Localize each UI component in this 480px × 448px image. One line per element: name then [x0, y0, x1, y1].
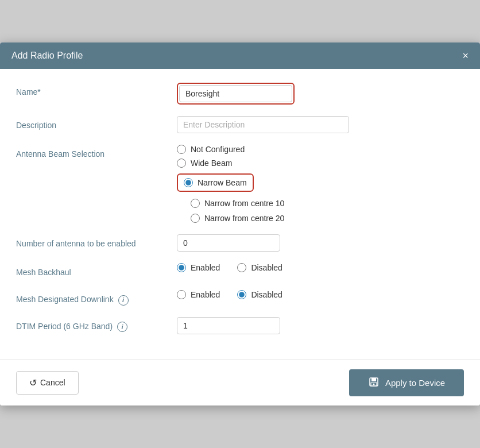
name-label: Name*: [16, 83, 177, 98]
svg-rect-1: [371, 378, 376, 381]
mesh-backhaul-disabled[interactable]: Disabled: [237, 263, 282, 272]
close-button[interactable]: ×: [462, 51, 469, 61]
antenna-beam-group: Not Configured Wide Beam Narrow Beam: [177, 145, 464, 223]
radio-narrow-centre-10-input[interactable]: [191, 199, 200, 208]
antenna-count-label: Number of antenna to be enabled: [16, 234, 177, 250]
mesh-downlink-enabled-label: Enabled: [191, 290, 220, 299]
dtim-row: DTIM Period (6 GHz Band) i: [16, 317, 464, 334]
antenna-count-input[interactable]: [177, 234, 280, 252]
narrow-sub-options: Narrow from centre 10 Narrow from centre…: [191, 199, 464, 223]
cancel-button[interactable]: ↺ Cancel: [16, 371, 79, 395]
mesh-downlink-label: Mesh Designated Downlink i: [16, 290, 177, 306]
cancel-icon: ↺: [29, 377, 37, 388]
apply-icon: [368, 376, 380, 389]
name-input[interactable]: [179, 85, 292, 102]
dialog-header: Add Radio Profile ×: [0, 43, 480, 69]
radio-narrow-centre-10[interactable]: Narrow from centre 10: [191, 199, 464, 208]
radio-narrow-centre-20-input[interactable]: [191, 214, 200, 223]
cancel-label: Cancel: [40, 378, 65, 387]
mesh-downlink-disabled-input[interactable]: [237, 290, 246, 299]
antenna-count-field-wrapper: [177, 234, 464, 252]
mesh-backhaul-enabled[interactable]: Enabled: [177, 263, 220, 272]
radio-not-configured-input[interactable]: [177, 145, 186, 154]
mesh-backhaul-radio-group: Enabled Disabled: [177, 263, 464, 272]
radio-narrow-centre-20[interactable]: Narrow from centre 20: [191, 214, 464, 223]
description-label: Description: [16, 116, 177, 132]
radio-wide-beam-label: Wide Beam: [191, 159, 232, 168]
add-radio-profile-dialog: Add Radio Profile × Name* Description An…: [0, 43, 480, 405]
mesh-downlink-radio-group: Enabled Disabled: [177, 290, 464, 299]
apply-button[interactable]: Apply to Device: [349, 369, 464, 396]
mesh-downlink-options: Enabled Disabled: [177, 290, 464, 299]
name-row: Name*: [16, 83, 464, 105]
radio-not-configured-label: Not Configured: [191, 145, 245, 154]
radio-wide-beam[interactable]: Wide Beam: [177, 159, 464, 168]
apply-label: Apply to Device: [385, 378, 445, 388]
dtim-field-wrapper: [177, 317, 464, 334]
mesh-downlink-disabled-label: Disabled: [251, 290, 282, 299]
radio-narrow-beam-label: Narrow Beam: [198, 178, 247, 187]
mesh-downlink-info-icon: i: [118, 295, 129, 306]
dtim-input[interactable]: [177, 317, 280, 334]
narrow-beam-border: Narrow Beam: [177, 173, 254, 192]
description-row: Description: [16, 116, 464, 133]
narrow-beam-highlighted-wrapper: Narrow Beam: [177, 172, 464, 192]
mesh-downlink-enabled[interactable]: Enabled: [177, 290, 220, 299]
radio-not-configured[interactable]: Not Configured: [177, 145, 464, 154]
name-field-wrapper: [177, 83, 464, 105]
description-input[interactable]: [177, 116, 349, 133]
radio-narrow-centre-20-label: Narrow from centre 20: [204, 214, 284, 223]
dialog-body: Name* Description Antenna Beam Selection: [0, 69, 480, 359]
mesh-downlink-disabled[interactable]: Disabled: [237, 290, 282, 299]
dtim-label: DTIM Period (6 GHz Band) i: [16, 317, 177, 333]
mesh-backhaul-disabled-input[interactable]: [237, 263, 246, 272]
name-input-highlighted: [177, 83, 295, 105]
mesh-backhaul-label: Mesh Backhaul: [16, 263, 177, 279]
dialog-title: Add Radio Profile: [11, 51, 83, 61]
radio-narrow-centre-10-label: Narrow from centre 10: [204, 199, 284, 208]
antenna-beam-label: Antenna Beam Selection: [16, 145, 177, 160]
mesh-backhaul-disabled-label: Disabled: [251, 263, 282, 272]
svg-point-3: [373, 383, 374, 385]
dtim-info-icon: i: [117, 322, 127, 332]
mesh-backhaul-enabled-input[interactable]: [177, 263, 186, 272]
mesh-backhaul-row: Mesh Backhaul Enabled Disabled: [16, 263, 464, 279]
radio-narrow-beam-input[interactable]: [184, 178, 193, 187]
mesh-backhaul-enabled-label: Enabled: [191, 263, 220, 272]
dialog-footer: ↺ Cancel Apply to Device: [0, 360, 480, 405]
mesh-downlink-enabled-input[interactable]: [177, 290, 186, 299]
radio-wide-beam-input[interactable]: [177, 159, 186, 168]
mesh-backhaul-options: Enabled Disabled: [177, 263, 464, 272]
description-field-wrapper: [177, 116, 464, 133]
antenna-beam-options: Not Configured Wide Beam Narrow Beam: [177, 145, 464, 223]
antenna-count-row: Number of antenna to be enabled: [16, 234, 464, 252]
radio-narrow-beam[interactable]: Narrow Beam: [184, 178, 247, 187]
antenna-beam-row: Antenna Beam Selection Not Configured Wi…: [16, 145, 464, 223]
mesh-downlink-row: Mesh Designated Downlink i Enabled Disab…: [16, 290, 464, 306]
